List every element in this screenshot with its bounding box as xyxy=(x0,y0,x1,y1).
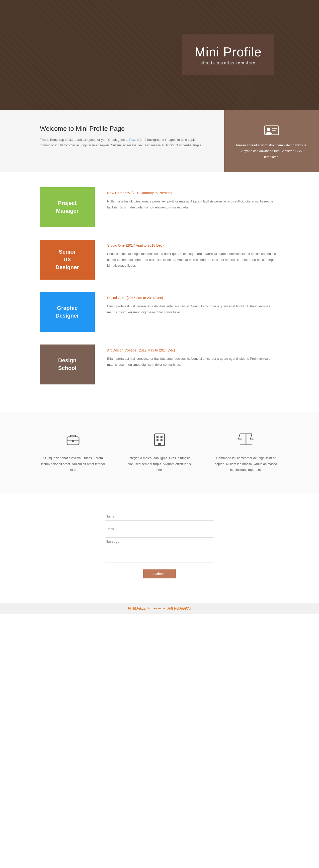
exp-desc-4: Etiam porta est nisl, consectetur dapibu… xyxy=(107,356,279,368)
exp-box-label-1: Project Manager xyxy=(56,199,78,215)
exp-company-3: Digital Com (2015 Jan to 2016 Dec) xyxy=(107,294,279,300)
intro-body: This is Bootstrap v4.3.1 parallax layout… xyxy=(40,137,204,148)
intro-heading: Welcome to Mini Profile Page xyxy=(40,125,204,132)
exp-desc-1: Nullam a tellus ultricies, ornare purus … xyxy=(107,198,279,210)
contact-section: Submit xyxy=(0,493,319,603)
exp-content-4: Art Design College (2012 May to 2014 Dec… xyxy=(107,344,279,368)
stats-section: Quisque venenatis viverra ultrices. Lore… xyxy=(0,412,319,493)
scale-icon xyxy=(214,432,278,450)
intro-section: Welcome to Mini Profile Page This is Boo… xyxy=(0,110,319,172)
stat-item-3: Commodo id ullamcorper ac, dignissim at … xyxy=(214,432,278,472)
pexels-link[interactable]: Pexels xyxy=(129,138,139,142)
exp-company-1: New Company (2019 January to Present) xyxy=(107,190,279,195)
card-icon xyxy=(264,122,280,138)
exp-box-design-school: Design School xyxy=(40,344,95,384)
svg-rect-3 xyxy=(272,130,276,130)
footer-watermark: 访问鱼鸟社区bbs.xieniao.com免费下载更多内容 xyxy=(0,603,319,614)
submit-button[interactable]: Submit xyxy=(143,569,176,579)
hero-text-box: Mini Profile simple parallax template xyxy=(182,34,274,75)
exp-item-3: Graphic Designer Digital Com (2015 Jan t… xyxy=(40,292,279,332)
stat-item-2: Integer id malesuada ligula. Cras in fri… xyxy=(127,432,192,472)
exp-box-graphic-designer: Graphic Designer xyxy=(40,292,95,332)
svg-rect-7 xyxy=(72,440,74,442)
svg-rect-10 xyxy=(161,436,163,438)
exp-item-4: Design School Art Design College (2012 M… xyxy=(40,344,279,384)
stat-item-1: Quisque venenatis viverra ultrices. Lore… xyxy=(41,432,105,472)
hero-subtitle: simple parallax template xyxy=(194,61,262,65)
briefcase-icon xyxy=(41,432,105,450)
exp-item-2: Senior UX Designer Studio One (2017 Apri… xyxy=(40,240,279,280)
message-input[interactable] xyxy=(105,537,214,562)
exp-content-2: Studio One (2017 April to 2018 Dec) Phas… xyxy=(107,240,279,268)
exp-desc-3: Etiam porta est nisl, consectetur dapibu… xyxy=(107,303,279,315)
exp-desc-2: Phasellus ac nulla egestas, malesuada do… xyxy=(107,251,279,268)
exp-item-1: Project Manager New Company (2019 Januar… xyxy=(40,187,279,227)
exp-content-1: New Company (2019 January to Present) Nu… xyxy=(107,187,279,210)
exp-box-label-3: Graphic Designer xyxy=(56,304,79,320)
svg-point-1 xyxy=(267,128,271,131)
watermark-text: 访问鱼鸟社区bbs.xieniao.com免费下载更多内容 xyxy=(128,607,191,610)
intro-right: Please spread a word about templatemo we… xyxy=(224,110,319,172)
exp-company-4: Art Design College (2012 May to 2014 Dec… xyxy=(107,347,279,353)
experience-section: Project Manager New Company (2019 Januar… xyxy=(0,172,319,412)
exp-box-label-4: Design School xyxy=(58,357,76,372)
exp-box-project-manager: Project Manager xyxy=(40,187,95,227)
svg-line-19 xyxy=(250,434,252,439)
building-icon xyxy=(127,432,192,450)
svg-rect-2 xyxy=(272,128,277,129)
exp-box-senior-ux: Senior UX Designer xyxy=(40,240,95,280)
intro-card-text: Please spread a word about templatemo we… xyxy=(234,142,309,160)
svg-rect-13 xyxy=(158,443,161,445)
svg-rect-9 xyxy=(156,436,158,438)
hero-section: Mini Profile simple parallax template xyxy=(0,0,319,110)
contact-form: Submit xyxy=(105,513,214,579)
name-input[interactable] xyxy=(105,513,214,521)
email-input[interactable] xyxy=(105,525,214,533)
stat-text-2: Integer id malesuada ligula. Cras in fri… xyxy=(127,455,192,472)
exp-company-2: Studio One (2017 April to 2018 Dec) xyxy=(107,242,279,248)
intro-left: Welcome to Mini Profile Page This is Boo… xyxy=(0,110,224,172)
stat-text-3: Commodo id ullamcorper ac, dignissim at … xyxy=(214,455,278,472)
svg-point-4 xyxy=(266,132,272,135)
exp-content-3: Digital Com (2015 Jan to 2016 Dec) Etiam… xyxy=(107,292,279,315)
hero-title: Mini Profile xyxy=(194,44,262,59)
svg-rect-11 xyxy=(156,439,158,441)
exp-box-label-2: Senior UX Designer xyxy=(56,248,79,271)
svg-line-17 xyxy=(239,434,240,439)
stat-text-1: Quisque venenatis viverra ultrices. Lore… xyxy=(41,455,105,472)
svg-rect-12 xyxy=(161,439,163,441)
